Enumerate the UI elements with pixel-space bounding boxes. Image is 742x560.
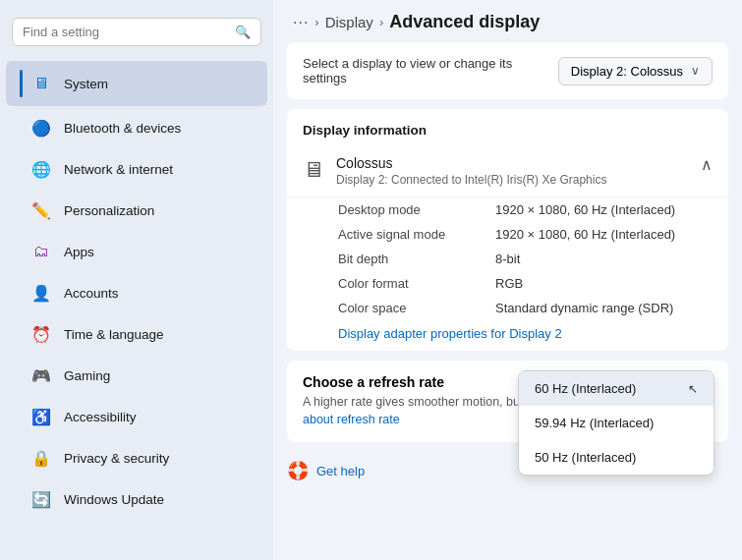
sidebar-label-privacy: Privacy & security [64, 451, 169, 466]
refresh-option-5994hz[interactable]: 59.94 Hz (Interlaced) [519, 406, 713, 440]
info-label-bit-depth: Bit depth [338, 252, 495, 266]
info-row-signal-mode: Active signal mode 1920 × 1080, 60 Hz (I… [287, 222, 728, 247]
search-icon: 🔍 [235, 25, 251, 39]
refresh-option-50hz-label: 50 Hz (Interlaced) [535, 450, 636, 465]
info-value-bit-depth: 8-bit [495, 252, 520, 266]
system-icon: 🖥 [30, 73, 52, 94]
monitor-name: Colossus [336, 155, 606, 171]
personalization-icon: ✏️ [30, 199, 52, 221]
refresh-rate-dropdown-menu: 60 Hz (Interlaced) ↖ 59.94 Hz (Interlace… [518, 370, 714, 476]
info-row-color-format: Color format RGB [287, 271, 728, 296]
refresh-option-5994hz-label: 59.94 Hz (Interlaced) [535, 416, 654, 430]
sidebar-item-gaming[interactable]: 🎮 Gaming [6, 356, 267, 395]
section-title-display-info: Display information [287, 109, 728, 145]
sidebar-label-network: Network & internet [64, 162, 173, 177]
info-value-color-format: RGB [495, 276, 523, 291]
accessibility-icon: ♿ [30, 406, 52, 427]
info-row-desktop-mode: Desktop mode 1920 × 1080, 60 Hz (Interla… [287, 197, 728, 222]
privacy-icon: 🔒 [30, 447, 52, 469]
sidebar-item-apps[interactable]: 🗂 Apps [6, 232, 267, 271]
sidebar-label-personalization: Personalization [64, 203, 154, 218]
sidebar-item-privacy[interactable]: 🔒 Privacy & security [6, 438, 267, 477]
update-icon: 🔄 [30, 488, 52, 510]
display-selector-bar: Select a display to view or change its s… [287, 42, 728, 99]
sidebar-label-update: Windows Update [64, 492, 164, 507]
time-icon: ⏰ [30, 323, 52, 345]
sidebar-label-accounts: Accounts [64, 286, 119, 301]
info-value-desktop-mode: 1920 × 1080, 60 Hz (Interlaced) [495, 202, 675, 217]
bluetooth-icon: 🔵 [30, 117, 52, 139]
info-label-color-format: Color format [338, 276, 495, 291]
sidebar-label-gaming: Gaming [64, 368, 110, 383]
sidebar-item-system[interactable]: 🖥 System [6, 61, 267, 106]
info-label-color-space: Color space [338, 301, 495, 315]
gaming-icon: 🎮 [30, 364, 52, 386]
cursor-icon: ↖ [688, 382, 698, 396]
info-value-color-space: Standard dynamic range (SDR) [495, 301, 673, 315]
sidebar-label-accessibility: Accessibility [64, 410, 137, 424]
sidebar-label-bluetooth: Bluetooth & devices [64, 121, 181, 136]
sidebar-item-personalization[interactable]: ✏️ Personalization [6, 191, 267, 230]
info-label-desktop-mode: Desktop mode [338, 202, 495, 217]
sidebar-item-bluetooth[interactable]: 🔵 Bluetooth & devices [6, 108, 267, 147]
collapse-icon[interactable]: ∧ [701, 155, 713, 174]
info-row-bit-depth: Bit depth 8-bit [287, 247, 728, 271]
sidebar-item-time[interactable]: ⏰ Time & language [6, 314, 267, 354]
info-row-color-space: Color space Standard dynamic range (SDR) [287, 296, 728, 320]
sidebar-label-time: Time & language [64, 327, 164, 342]
refresh-option-60hz-label: 60 Hz (Interlaced) [535, 381, 636, 396]
network-icon: 🌐 [30, 158, 52, 180]
sidebar-label-system: System [64, 77, 108, 91]
get-help-label: Get help [316, 464, 365, 478]
display-dropdown-label: Display 2: Colossus [571, 64, 683, 79]
monitor-info: Colossus Display 2: Connected to Intel(R… [336, 155, 606, 187]
sidebar-item-network[interactable]: 🌐 Network & internet [6, 149, 267, 189]
monitor-sub: Display 2: Connected to Intel(R) Iris(R)… [336, 173, 606, 187]
main-content: ··· › Display › Advanced display Select … [273, 0, 742, 560]
display-dropdown[interactable]: Display 2: Colossus ∨ [558, 57, 713, 85]
breadcrumb-display[interactable]: Display [325, 14, 373, 30]
refresh-rate-section: Choose a refresh rate A higher rate give… [287, 361, 728, 442]
search-box[interactable]: 🔍 [12, 18, 261, 46]
page-title: Advanced display [389, 12, 540, 32]
adapter-properties-link[interactable]: Display adapter properties for Display 2 [287, 320, 728, 351]
refresh-option-60hz[interactable]: 60 Hz (Interlaced) ↖ [519, 371, 713, 406]
sidebar-item-accessibility[interactable]: ♿ Accessibility [6, 397, 267, 436]
apps-icon: 🗂 [30, 241, 52, 262]
sidebar-label-apps: Apps [64, 245, 94, 259]
sidebar: 🔍 🖥 System 🔵 Bluetooth & devices 🌐 Netwo… [0, 0, 273, 560]
refresh-option-50hz[interactable]: 50 Hz (Interlaced) [519, 440, 713, 475]
info-value-signal-mode: 1920 × 1080, 60 Hz (Interlaced) [495, 227, 675, 242]
monitor-icon: 🖥 [303, 157, 324, 183]
sidebar-item-accounts[interactable]: 👤 Accounts [6, 273, 267, 312]
info-label-signal-mode: Active signal mode [338, 227, 495, 242]
selector-label: Select a display to view or change its s… [303, 56, 519, 85]
accounts-icon: 👤 [30, 282, 52, 304]
chevron-down-icon: ∨ [691, 64, 700, 78]
sidebar-item-update[interactable]: 🔄 Windows Update [6, 479, 267, 519]
help-icon: 🛟 [287, 460, 309, 481]
display-info-card: Display information 🖥 Colossus Display 2… [287, 109, 728, 351]
breadcrumb-chevron2: › [379, 15, 383, 29]
breadcrumb-chevron1: › [314, 15, 318, 29]
breadcrumb: ··· › Display › Advanced display [273, 0, 742, 42]
monitor-header: 🖥 Colossus Display 2: Connected to Intel… [287, 145, 728, 197]
search-input[interactable] [23, 25, 231, 39]
breadcrumb-dots: ··· [293, 14, 309, 31]
active-bar [20, 70, 23, 97]
